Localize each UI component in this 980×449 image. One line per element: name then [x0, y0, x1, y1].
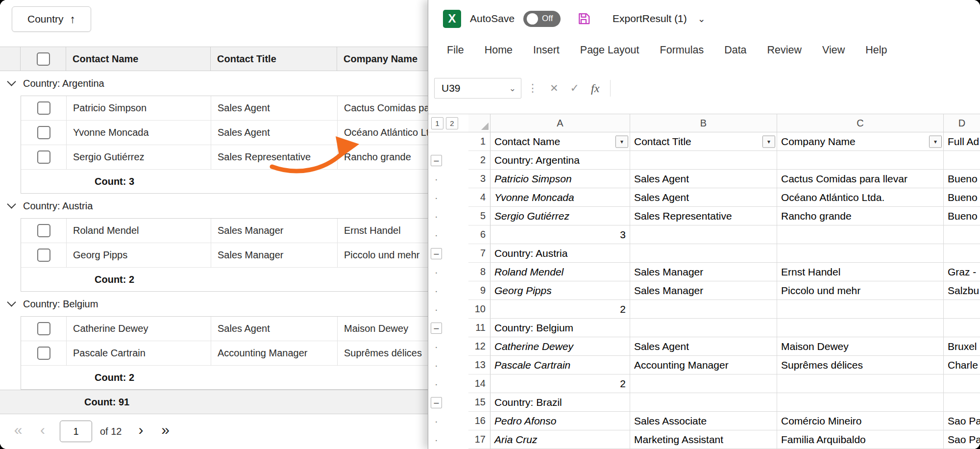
tab-view[interactable]: View — [822, 44, 845, 56]
sheet-cell[interactable] — [777, 225, 944, 244]
row-number[interactable]: 17 — [468, 430, 490, 449]
page-number-input[interactable]: 1 — [60, 421, 92, 442]
sheet-cell[interactable] — [777, 319, 944, 337]
sheet-cell[interactable]: Cactus Comidas para llevar — [777, 170, 944, 188]
sheet-cell[interactable] — [777, 151, 944, 170]
row-checkbox[interactable] — [37, 101, 50, 115]
table-row[interactable]: Yvonne MoncadaSales AgentOcéano Atlántic… — [21, 121, 429, 145]
name-box-chevron-icon[interactable]: ⌄ — [509, 83, 516, 94]
outline-level-2-button[interactable]: 2 — [446, 117, 458, 129]
tab-file[interactable]: File — [447, 44, 464, 56]
sheet-cell[interactable]: Country: Argentina — [490, 151, 630, 170]
row-number[interactable]: 2 — [468, 151, 490, 170]
sheet-cell[interactable]: Yvonne Moncada — [490, 188, 630, 207]
sheet-cell[interactable]: Familia Arquibaldo — [777, 430, 944, 449]
filter-dropdown-button[interactable]: ▾ — [762, 135, 775, 148]
sheet-cell[interactable] — [777, 244, 944, 263]
sheet-cell[interactable] — [777, 393, 944, 412]
tab-page-layout[interactable]: Page Layout — [580, 44, 639, 56]
sheet-cell[interactable] — [944, 151, 980, 170]
sheet-cell[interactable] — [630, 225, 777, 244]
formula-input[interactable] — [612, 78, 980, 99]
group-header-row[interactable]: Country: Argentina — [0, 71, 429, 96]
excel-app-icon[interactable]: X — [443, 10, 461, 28]
sheet-cell[interactable]: Ernst Handel — [777, 263, 944, 281]
sheet-cell[interactable]: Bueno — [944, 207, 980, 225]
sheet-cell[interactable]: Sales Manager — [630, 263, 777, 281]
first-page-button[interactable]: « — [8, 421, 28, 442]
column-header-b[interactable]: B — [630, 114, 777, 132]
sheet-cell[interactable] — [944, 393, 980, 412]
tab-review[interactable]: Review — [767, 44, 802, 56]
workbook-title-chevron-icon[interactable]: ⌄ — [698, 13, 706, 25]
row-checkbox[interactable] — [37, 126, 50, 139]
sheet-cell[interactable] — [944, 244, 980, 263]
table-row[interactable]: Georg PippsSales ManagerPiccolo und mehr — [21, 243, 429, 268]
sort-ascending-icon[interactable]: ↑ — [70, 13, 76, 26]
filter-dropdown-button[interactable]: ▾ — [929, 135, 942, 148]
row-checkbox[interactable] — [37, 322, 50, 335]
sheet-cell[interactable]: Sao Pa — [944, 430, 980, 449]
sheet-cell[interactable]: 2 — [490, 300, 630, 319]
sheet-cell[interactable]: Graz - — [944, 263, 980, 281]
group-by-country-button[interactable]: Country ↑ — [12, 6, 91, 32]
insert-function-icon[interactable]: fx — [591, 82, 599, 95]
sheet-cell[interactable] — [944, 319, 980, 337]
tab-formulas[interactable]: Formulas — [660, 44, 704, 56]
sheet-cell[interactable]: Océano Atlántico Ltda. — [777, 188, 944, 207]
sheet-cell[interactable]: Patricio Simpson — [490, 170, 630, 188]
sheet-cell[interactable]: Sales Associate — [630, 412, 777, 430]
outline-level-1-button[interactable]: 1 — [431, 117, 443, 129]
row-number[interactable]: 4 — [468, 188, 490, 207]
sheet-cell[interactable] — [944, 300, 980, 319]
outline-collapse-button[interactable]: – — [431, 155, 442, 166]
outline-collapse-button[interactable]: – — [431, 248, 442, 259]
group-header-row[interactable]: Country: Austria — [0, 194, 429, 218]
table-row[interactable]: Pascale CartrainAccounting ManagerSuprêm… — [21, 341, 429, 366]
row-number[interactable]: 14 — [468, 374, 490, 393]
next-page-button[interactable]: › — [130, 421, 151, 442]
sheet-cell[interactable]: Bueno — [944, 170, 980, 188]
sheet-cell[interactable]: Sales Representative — [630, 207, 777, 225]
row-number[interactable]: 5 — [468, 207, 490, 225]
sheet-cell[interactable] — [630, 151, 777, 170]
sheet-cell[interactable]: Sales Agent — [630, 170, 777, 188]
sheet-cell[interactable]: Catherine Dewey — [490, 337, 630, 356]
sheet-cell[interactable]: Piccolo und mehr — [777, 281, 944, 300]
column-header-contact-name[interactable]: Contact Name — [66, 47, 211, 71]
table-row[interactable]: Patricio SimpsonSales AgentCactus Comida… — [21, 96, 429, 121]
sheet-cell[interactable]: Country: Belgium — [490, 319, 630, 337]
outline-collapse-button[interactable]: – — [431, 323, 442, 334]
sheet-cell[interactable]: Suprêmes délices — [777, 356, 944, 374]
sheet-cell[interactable]: Aria Cruz — [490, 430, 630, 449]
row-number[interactable]: 11 — [468, 319, 490, 337]
sheet-cell[interactable]: Comércio Mineiro — [777, 412, 944, 430]
sheet-cell[interactable] — [777, 374, 944, 393]
tab-help[interactable]: Help — [865, 44, 887, 56]
sheet-cell[interactable]: Sales Manager — [630, 281, 777, 300]
sheet-cell[interactable]: Bueno — [944, 188, 980, 207]
row-number[interactable]: 15 — [468, 393, 490, 412]
row-checkbox[interactable] — [37, 150, 50, 164]
last-page-button[interactable]: » — [155, 421, 175, 442]
filter-dropdown-button[interactable]: ▾ — [615, 135, 628, 148]
sheet-cell[interactable]: Accounting Manager — [630, 356, 777, 374]
row-number[interactable]: 16 — [468, 412, 490, 430]
sheet-cell[interactable] — [777, 300, 944, 319]
sheet-cell[interactable] — [630, 374, 777, 393]
sheet-cell[interactable]: Country: Austria — [490, 244, 630, 263]
outline-collapse-button[interactable]: – — [431, 397, 442, 408]
sheet-cell[interactable]: Sales Agent — [630, 337, 777, 356]
chevron-down-icon[interactable] — [7, 77, 16, 86]
workbook-title[interactable]: ExportResult (1) — [612, 13, 687, 25]
sheet-cell[interactable]: Charle — [944, 356, 980, 374]
row-number[interactable]: 9 — [468, 281, 490, 300]
save-icon[interactable] — [576, 11, 591, 26]
chevron-down-icon[interactable] — [7, 298, 16, 306]
table-row[interactable]: Roland MendelSales ManagerErnst Handel — [21, 219, 429, 243]
sheet-cell[interactable]: Marketing Assistant — [630, 430, 777, 449]
sheet-cell[interactable]: Sergio Gutiérrez — [490, 207, 630, 225]
row-number[interactable]: 1 — [468, 132, 490, 151]
row-checkbox[interactable] — [37, 347, 50, 360]
sheet-cell[interactable] — [944, 374, 980, 393]
